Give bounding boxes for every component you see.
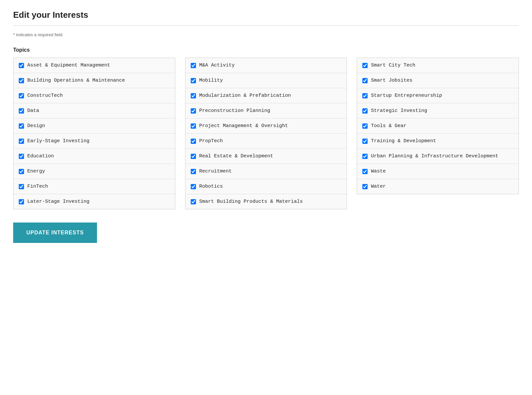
checkbox-data[interactable] xyxy=(19,108,24,114)
checkbox-ma_activity[interactable] xyxy=(191,63,196,68)
list-item: Training & Development xyxy=(357,134,519,149)
checkbox-strategic[interactable] xyxy=(362,108,368,114)
list-item: Building Operations & Maintenance xyxy=(13,73,175,88)
list-item: Early-Stage Investing xyxy=(13,134,175,149)
columns-wrapper: Asset & Equipment ManagementBuilding Ope… xyxy=(13,58,519,209)
list-item: ConstrucTech xyxy=(13,88,175,103)
list-item: PropTech xyxy=(185,134,347,149)
checkbox-education[interactable] xyxy=(19,154,24,159)
title-divider xyxy=(13,25,519,26)
label-data[interactable]: Data xyxy=(27,107,39,114)
page-title: Edit your Interests xyxy=(13,10,519,20)
checkbox-later_stage[interactable] xyxy=(19,199,24,204)
list-item: Design xyxy=(13,118,175,134)
checkbox-asset[interactable] xyxy=(19,63,24,68)
label-smart_city[interactable]: Smart City Tech xyxy=(371,62,415,69)
checkbox-project_mgmt[interactable] xyxy=(191,123,196,129)
label-smart_building[interactable]: Smart Building Products & Materials xyxy=(199,198,303,205)
topic-column-3: Smart City TechSmart JobsitesStartup Ent… xyxy=(357,58,519,194)
label-urban[interactable]: Urban Planning & Infrastructure Developm… xyxy=(371,153,498,160)
topic-column-2: M&A ActivityMobilityModularization & Pre… xyxy=(185,58,347,209)
label-robotics[interactable]: Robotics xyxy=(199,183,223,190)
checkbox-tools[interactable] xyxy=(362,123,368,129)
label-fintech[interactable]: FinTech xyxy=(27,183,48,190)
label-construcTech[interactable]: ConstrucTech xyxy=(27,92,63,99)
list-item: Smart Jobsites xyxy=(357,73,519,88)
label-smart_jobsites[interactable]: Smart Jobsites xyxy=(371,77,412,84)
label-strategic[interactable]: Strategic Investing xyxy=(371,107,427,114)
list-item: Mobility xyxy=(185,73,347,88)
label-mobility[interactable]: Mobility xyxy=(199,77,223,84)
list-item: M&A Activity xyxy=(185,58,347,73)
list-item: Real Estate & Development xyxy=(185,149,347,164)
checkbox-training[interactable] xyxy=(362,139,368,144)
label-asset[interactable]: Asset & Equipment Management xyxy=(27,62,110,69)
list-item: Energy xyxy=(13,164,175,179)
checkbox-building[interactable] xyxy=(19,78,24,83)
list-item: Smart City Tech xyxy=(357,58,519,73)
label-training[interactable]: Training & Development xyxy=(371,138,436,145)
list-item: Startup Entrepreneurship xyxy=(357,88,519,103)
checkbox-fintech[interactable] xyxy=(19,184,24,189)
label-ma_activity[interactable]: M&A Activity xyxy=(199,62,235,69)
list-item: Later-Stage Investing xyxy=(13,194,175,209)
checkbox-water[interactable] xyxy=(362,184,368,189)
checkbox-design[interactable] xyxy=(19,123,24,129)
checkbox-construcTech[interactable] xyxy=(19,93,24,98)
checkbox-modularization[interactable] xyxy=(191,93,196,98)
list-item: Tools & Gear xyxy=(357,118,519,134)
label-early_stage[interactable]: Early-Stage Investing xyxy=(27,138,89,145)
topics-section: Topics Asset & Equipment ManagementBuild… xyxy=(13,47,519,209)
label-startup[interactable]: Startup Entrepreneurship xyxy=(371,92,442,99)
update-interests-button[interactable]: UPDATE INTERESTS xyxy=(13,223,97,243)
label-waste[interactable]: Waste xyxy=(371,168,386,175)
checkbox-recruitment[interactable] xyxy=(191,169,196,174)
list-item: Robotics xyxy=(185,179,347,194)
checkbox-early_stage[interactable] xyxy=(19,139,24,144)
label-later_stage[interactable]: Later-Stage Investing xyxy=(27,198,89,205)
checkbox-preconstruction[interactable] xyxy=(191,108,196,114)
checkbox-mobility[interactable] xyxy=(191,78,196,83)
checkbox-waste[interactable] xyxy=(362,169,368,174)
checkbox-smart_city[interactable] xyxy=(362,63,368,68)
label-preconstruction[interactable]: Preconstruction Planning xyxy=(199,107,270,114)
list-item: FinTech xyxy=(13,179,175,194)
required-note: * indicates a required field. xyxy=(13,32,519,37)
checkbox-real_estate[interactable] xyxy=(191,154,196,159)
list-item: Education xyxy=(13,149,175,164)
label-real_estate[interactable]: Real Estate & Development xyxy=(199,153,273,160)
checkbox-energy[interactable] xyxy=(19,169,24,174)
list-item: Strategic Investing xyxy=(357,103,519,118)
label-building[interactable]: Building Operations & Maintenance xyxy=(27,77,125,84)
list-item: Modularization & Prefabrication xyxy=(185,88,347,103)
label-project_mgmt[interactable]: Project Management & Oversight xyxy=(199,122,288,129)
list-item: Asset & Equipment Management xyxy=(13,58,175,73)
label-recruitment[interactable]: Recruitment xyxy=(199,168,232,175)
label-energy[interactable]: Energy xyxy=(27,168,45,175)
topic-column-1: Asset & Equipment ManagementBuilding Ope… xyxy=(13,58,175,209)
label-water[interactable]: Water xyxy=(371,183,386,190)
label-modularization[interactable]: Modularization & Prefabrication xyxy=(199,92,291,99)
checkbox-robotics[interactable] xyxy=(191,184,196,189)
list-item: Water xyxy=(357,179,519,194)
label-proptech[interactable]: PropTech xyxy=(199,138,223,145)
list-item: Urban Planning & Infrastructure Developm… xyxy=(357,149,519,164)
list-item: Project Management & Oversight xyxy=(185,118,347,134)
topics-label: Topics xyxy=(13,47,519,53)
list-item: Preconstruction Planning xyxy=(185,103,347,118)
checkbox-proptech[interactable] xyxy=(191,139,196,144)
checkbox-smart_jobsites[interactable] xyxy=(362,78,368,83)
checkbox-urban[interactable] xyxy=(362,154,368,159)
list-item: Smart Building Products & Materials xyxy=(185,194,347,209)
label-tools[interactable]: Tools & Gear xyxy=(371,122,406,129)
list-item: Waste xyxy=(357,164,519,179)
checkbox-startup[interactable] xyxy=(362,93,368,98)
label-design[interactable]: Design xyxy=(27,122,45,129)
list-item: Data xyxy=(13,103,175,118)
checkbox-smart_building[interactable] xyxy=(191,199,196,204)
label-education[interactable]: Education xyxy=(27,153,54,160)
list-item: Recruitment xyxy=(185,164,347,179)
